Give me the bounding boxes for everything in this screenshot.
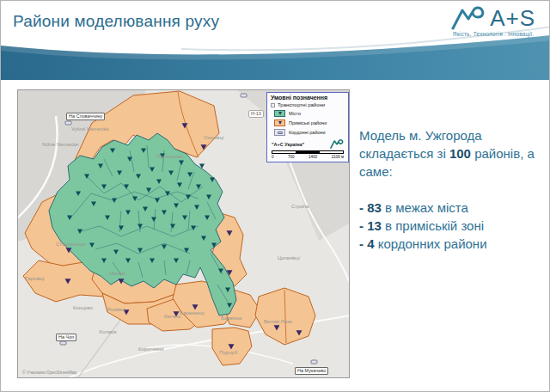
scale-bar-segments — [272, 150, 344, 154]
bullet-dash: - — [359, 236, 367, 251]
logo-tagline: Якість. Технологія . Інновації. — [451, 31, 535, 37]
map-place-label: Підлипники — [156, 154, 183, 159]
intro-paragraph: Модель м. Ужгорода складається зі 100 ра… — [359, 126, 538, 181]
scale-tick: 1400 — [309, 155, 317, 159]
map-place-label: Стрипа — [291, 204, 309, 209]
legend-item-border: Кордонні райони — [267, 128, 348, 138]
map-legend: Умовні позначення Транспортні райони Міс… — [266, 92, 349, 162]
map-place-label: Vyšné Nemecké — [71, 126, 108, 132]
logo-text: A+S — [490, 6, 535, 30]
map-direction-sign: На Чоп — [56, 334, 76, 341]
bullet-border-label: кордонних райони — [375, 236, 487, 251]
map-place-label: Барвінок — [221, 315, 241, 321]
mini-mountain-logo-icon — [330, 139, 344, 149]
bullet-city-label: в межах міста — [382, 200, 468, 215]
legend-credit-row: "А+С Україна" — [267, 138, 348, 150]
bullet-suburban-label: в приміській зоні — [382, 218, 484, 233]
map-place-label: Коритняни — [138, 346, 164, 352]
legend-credit-text: "А+С Україна" — [272, 142, 304, 147]
map-place-label: Циганівці — [278, 255, 300, 260]
presentation-slide: Райони моделювання руху A+S Якість. Техн… — [0, 0, 550, 392]
scale-tick: 700 — [288, 155, 295, 159]
city-swatch — [274, 110, 285, 117]
bullet-suburban-count: 13 — [367, 218, 382, 233]
scale-seg — [320, 151, 343, 153]
legend-title: Умовні позначення — [267, 93, 348, 101]
suburban-swatch — [274, 119, 285, 126]
scale-seg — [272, 151, 296, 153]
legend-subtitle-row: Транспортні райони — [267, 101, 348, 109]
map-place-label: Сторожниця — [56, 242, 85, 247]
scale-seg — [296, 151, 319, 153]
legend-item-suburban: Приміські райони — [267, 119, 348, 128]
bullet-border-count: 4 — [367, 236, 374, 251]
legend-item-city: Місто — [267, 109, 348, 119]
bullet-suburban: - 13 в приміській зоні — [359, 217, 538, 235]
map-place-label: Холмок — [99, 329, 117, 334]
border-marker-icon — [278, 132, 283, 134]
city-marker-icon — [278, 112, 282, 115]
bullet-dash: - — [359, 218, 367, 233]
legend-subtitle: Транспортні райони — [278, 102, 325, 107]
page-title: Райони моделювання руху — [13, 12, 219, 31]
mountain-logo-icon — [451, 6, 486, 30]
map-place-label: Оноківці — [204, 135, 223, 140]
map-place-label: Концово — [73, 305, 93, 310]
map-place-label: Підгорб — [219, 350, 237, 355]
bullet-city: - 83 в межах міста — [359, 199, 538, 217]
map-place-label: Баранинці — [180, 310, 205, 315]
map-place-label: Великі Лази — [264, 319, 292, 324]
road-shield: Н-13 — [248, 110, 264, 118]
map-place-label: Минай — [109, 271, 125, 276]
slide-body-text: Модель м. Ужгорода складається зі 100 ра… — [359, 126, 538, 253]
scale-bar: 0 700 1400 2100 м — [272, 150, 344, 159]
district-total-count: 100 — [449, 146, 471, 161]
company-logo: A+S Якість. Технологія . Інновації. — [451, 6, 535, 37]
legend-item-label: Місто — [289, 111, 301, 116]
bullet-city-count: 83 — [367, 200, 382, 215]
map-direction-sign: На Словаччину — [66, 113, 105, 120]
map-attribution: © Учасники OpenStreetMap — [22, 370, 76, 375]
bullet-border: - 4 кордонних райони — [359, 235, 538, 253]
legend-item-label: Кордонні райони — [289, 130, 326, 135]
legend-item-label: Приміські райони — [289, 120, 327, 126]
scale-tick: 0 — [272, 155, 274, 159]
uzhgorod-districts-map: Vyšné NemeckéNižné NemeckéПідлипникиОнок… — [17, 89, 350, 378]
bullet-dash: - — [359, 200, 367, 215]
scale-tick: 2100 м — [332, 155, 344, 159]
suburban-marker-icon — [278, 121, 282, 125]
map-place-label: Тарнівці — [25, 276, 45, 281]
map-place-label: Nižné Nemecké — [42, 142, 78, 147]
map-place-label: Розівка — [107, 307, 125, 312]
layer-tree-icon — [271, 103, 275, 107]
bullet-list: - 83 в межах міста - 13 в приміській зон… — [359, 199, 538, 253]
scale-ticks: 0 700 1400 2100 м — [272, 155, 344, 159]
map-place-label: Кінчеш — [164, 314, 180, 319]
map-direction-sign: На Мукачево — [295, 367, 328, 375]
border-swatch — [274, 129, 285, 136]
